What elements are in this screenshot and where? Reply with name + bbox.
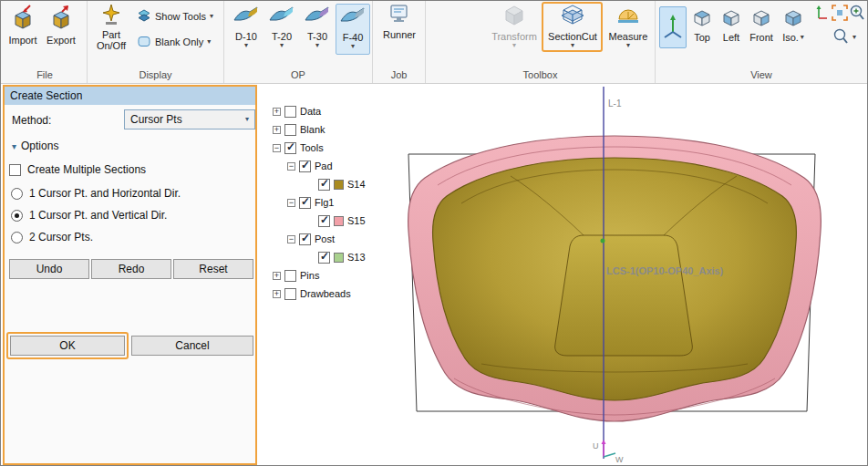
view-front-button[interactable]: Front	[747, 8, 776, 43]
radio-two-cursor-row[interactable]: 2 Cursor Pts.	[11, 231, 93, 243]
tree-item-s14[interactable]: S14	[271, 175, 435, 193]
op-t20-button[interactable]: T-20 ▾	[264, 4, 299, 55]
reset-button[interactable]: Reset	[173, 259, 253, 279]
expand-toggle-icon[interactable]: +	[273, 290, 281, 298]
expand-toggle-icon[interactable]: −	[273, 144, 281, 152]
radio-two-cursor-label: 2 Cursor Pts.	[29, 231, 93, 243]
tree-checkbox[interactable]	[318, 252, 330, 264]
blank-only-label: Blank Only	[155, 36, 203, 47]
tree-checkbox[interactable]	[299, 197, 311, 209]
tree-checkbox[interactable]	[318, 179, 330, 191]
view-left-icon	[721, 8, 741, 30]
tree-checkbox[interactable]	[284, 142, 296, 154]
model-tree: + Data + Blank − Tools − Pad	[271, 102, 435, 303]
toolbox-group-label: Toolbox	[426, 69, 655, 80]
expand-toggle-icon[interactable]: −	[287, 199, 295, 207]
part-onoff-label-line2: On/Off	[97, 40, 126, 51]
zoom-in-button[interactable]	[849, 3, 865, 25]
tree-checkbox[interactable]	[284, 124, 296, 136]
blank-only-icon	[137, 35, 151, 50]
fit-view-icon	[831, 4, 849, 24]
tree-item-tools[interactable]: − Tools	[271, 139, 435, 157]
view-iso-icon	[783, 8, 803, 30]
create-section-panel: Create Section Method: Cursor Pts ▾ ▾ Op…	[3, 85, 257, 465]
view-group-label: View	[656, 69, 867, 80]
ok-button[interactable]: OK	[10, 336, 125, 356]
tree-item-label: S15	[347, 215, 366, 226]
measure-button[interactable]: Measure ▾	[604, 4, 652, 49]
op-t20-icon	[268, 4, 295, 29]
op-t30-button[interactable]: T-30 ▾	[300, 4, 335, 55]
show-tools-dropdown[interactable]: Show Tools ▾	[137, 5, 213, 27]
method-select[interactable]: Cursor Pts ▾	[124, 109, 255, 129]
csys-icon	[811, 4, 829, 24]
tree-item-s13[interactable]: S13	[271, 248, 435, 266]
view-triad-button[interactable]	[659, 6, 687, 48]
radio-horizontal-row[interactable]: 1 Cursor Pt. and Horizontal Dir.	[11, 187, 181, 200]
op-d10-button[interactable]: D-10 ▾	[229, 4, 264, 55]
view-left-button[interactable]: Left	[718, 8, 745, 43]
runner-label: Runner	[383, 29, 416, 40]
transform-button[interactable]: Transform ▾	[490, 4, 539, 49]
tree-checkbox[interactable]	[284, 270, 296, 282]
tree-checkbox[interactable]	[299, 233, 311, 245]
show-tools-caret-icon: ▾	[210, 13, 213, 20]
export-button[interactable]: Export	[43, 4, 79, 46]
radio-vertical-label: 1 Cursor Pt. and Vertical Dir.	[29, 209, 167, 222]
undo-button[interactable]: Undo	[9, 259, 89, 279]
tree-item-data[interactable]: + Data	[271, 102, 435, 120]
radio-vertical-row[interactable]: 1 Cursor Pt. and Vertical Dir.	[11, 209, 167, 222]
tree-checkbox[interactable]	[284, 288, 296, 300]
tree-item-flg1[interactable]: − Flg1	[271, 193, 435, 212]
expand-toggle-icon[interactable]: +	[273, 272, 281, 280]
tree-item-s15[interactable]: S15	[271, 212, 435, 230]
cancel-button[interactable]: Cancel	[131, 336, 253, 356]
transform-icon	[502, 4, 526, 29]
expand-toggle-icon[interactable]: −	[287, 235, 295, 243]
expand-toggle-icon[interactable]: +	[273, 108, 281, 116]
options-section-toggle[interactable]: ▾ Options	[12, 140, 58, 152]
view-front-icon	[751, 8, 771, 30]
tree-checkbox[interactable]	[318, 215, 330, 227]
3d-viewport[interactable]: L-1 LCS-1(OP10-OP40_Axis) U W + Data + B…	[259, 85, 867, 465]
expand-toggle-icon[interactable]: +	[273, 126, 281, 134]
redo-button[interactable]: Redo	[91, 259, 171, 279]
method-value: Cursor Pts	[130, 113, 182, 126]
radio-two-cursor[interactable]	[11, 232, 23, 243]
expand-toggle-icon[interactable]: −	[287, 162, 295, 171]
tree-checkbox[interactable]	[284, 106, 296, 118]
op-f40-caret-icon: ▾	[351, 43, 355, 50]
tree-item-pins[interactable]: + Pins	[271, 266, 435, 285]
op-d10-caret-icon: ▾	[244, 42, 248, 49]
create-multiple-checkbox[interactable]	[9, 164, 21, 176]
view-iso-caret-icon: ▾	[801, 34, 804, 41]
tree-item-label: Blank	[300, 124, 326, 135]
ribbon-group-view: Top Left	[656, 1, 867, 83]
tree-item-post[interactable]: − Post	[271, 230, 435, 248]
view-csys-button[interactable]	[811, 3, 829, 25]
part-onoff-button[interactable]: Part On/Off	[90, 4, 132, 51]
fit-view-button[interactable]	[831, 3, 849, 25]
view-top-button[interactable]: Top	[688, 8, 716, 43]
tree-checkbox[interactable]	[299, 161, 311, 172]
tree-item-label: Data	[300, 106, 321, 117]
runner-button[interactable]: Runner	[377, 4, 422, 40]
create-multiple-sections-row[interactable]: Create Multiple Sections	[9, 163, 146, 176]
zoom-options-dropdown[interactable]: ▾	[832, 26, 856, 48]
ribbon: Import Export File	[1, 1, 867, 84]
radio-vertical[interactable]	[11, 210, 23, 222]
triad-w-axis	[604, 453, 615, 457]
tree-item-drawbeads[interactable]: + Drawbeads	[271, 285, 435, 303]
options-chevron-icon: ▾	[12, 141, 16, 151]
import-label: Import	[8, 35, 36, 46]
import-button[interactable]: Import	[5, 4, 41, 46]
tree-item-pad[interactable]: − Pad	[271, 157, 435, 175]
method-caret-icon: ▾	[245, 116, 249, 123]
sectioncut-button[interactable]: SectionCut ▾	[544, 4, 601, 49]
view-iso-button[interactable]: Iso. ▾	[778, 8, 809, 43]
op-f40-button[interactable]: F-40 ▾	[336, 4, 370, 55]
radio-horizontal[interactable]	[11, 188, 23, 200]
blank-only-dropdown[interactable]: Blank Only ▾	[137, 31, 211, 53]
tree-item-blank[interactable]: + Blank	[271, 120, 435, 139]
panel-title-bar: Create Section	[5, 87, 255, 105]
